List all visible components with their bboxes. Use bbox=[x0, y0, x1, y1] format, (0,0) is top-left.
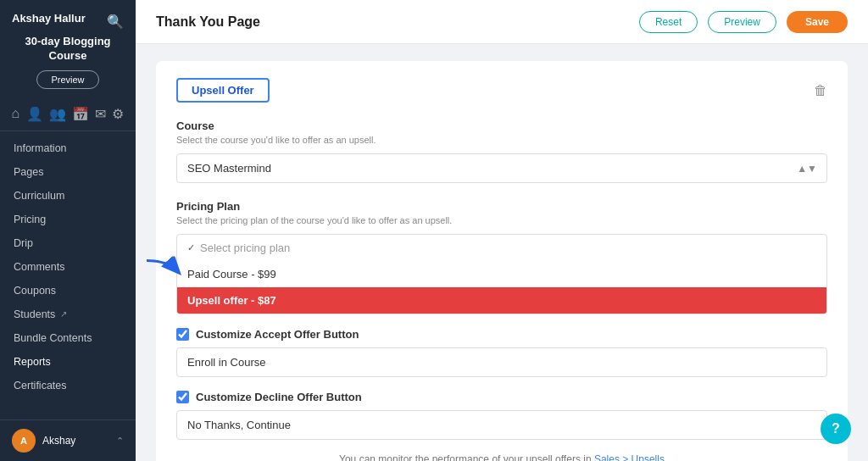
sidebar-item-information[interactable]: Information bbox=[0, 136, 136, 160]
course-name: 30-day Blogging Course bbox=[12, 31, 124, 64]
sidebar-item-drip[interactable]: Drip bbox=[0, 231, 136, 255]
sidebar-label-reports: Reports bbox=[14, 356, 51, 368]
course-select-wrapper: SEO Mastermind ▲▼ bbox=[176, 153, 827, 183]
sidebar-nav: Information Pages Curriculum Pricing Dri… bbox=[0, 131, 136, 419]
pricing-placeholder-label: Select pricing plan bbox=[200, 242, 290, 254]
sidebar-item-pricing[interactable]: Pricing bbox=[0, 208, 136, 231]
accept-offer-label: Customize Accept Offer Button bbox=[176, 328, 827, 341]
avatar-initial: A bbox=[20, 436, 27, 446]
sidebar-label-curriculum: Curriculum bbox=[14, 190, 64, 202]
save-button[interactable]: Save bbox=[787, 11, 848, 33]
sidebar-bottom: A Akshay ⌃ bbox=[0, 419, 136, 461]
avatar: A bbox=[12, 429, 36, 453]
sidebar-item-certificates[interactable]: Certificates bbox=[0, 374, 136, 397]
sidebar-label-certificates: Certificates bbox=[14, 380, 67, 392]
sidebar-icon-row: ⌂ 👤 👥 📅 ✉ ⚙ bbox=[0, 101, 136, 131]
delete-icon-button[interactable]: 🗑 bbox=[814, 83, 827, 98]
course-hint: Select the course you'd like to offer as… bbox=[176, 135, 827, 145]
decline-offer-input[interactable] bbox=[176, 410, 827, 440]
sidebar-item-coupons[interactable]: Coupons bbox=[0, 279, 136, 303]
pricing-upsell-label: Upsell offer - $87 bbox=[187, 294, 276, 307]
decline-offer-label-text: Customize Decline Offer Button bbox=[196, 391, 362, 403]
topbar: Thank You Page Reset Preview Save bbox=[136, 0, 868, 44]
home-icon[interactable]: ⌂ bbox=[12, 106, 20, 122]
accept-offer-checkbox[interactable] bbox=[176, 328, 189, 341]
preview-button[interactable]: Preview bbox=[708, 11, 776, 33]
decline-offer-section: Customize Decline Offer Button bbox=[176, 391, 827, 440]
upsell-offer-tab[interactable]: Upsell Offer bbox=[176, 78, 270, 103]
accept-offer-label-text: Customize Accept Offer Button bbox=[196, 328, 359, 341]
app-user-name: Akshay Hallur bbox=[12, 12, 86, 25]
sidebar-label-drip: Drip bbox=[14, 237, 33, 249]
page-title: Thank You Page bbox=[156, 14, 629, 30]
gear-icon[interactable]: ⚙ bbox=[112, 106, 124, 122]
sales-upsells-link[interactable]: Sales > Upsells bbox=[594, 453, 665, 461]
pricing-dropdown-open[interactable]: ✓ Select pricing plan Paid Course - $99 … bbox=[176, 234, 827, 314]
chevron-up-icon[interactable]: ⌃ bbox=[116, 436, 124, 447]
sidebar-item-curriculum[interactable]: Curriculum bbox=[0, 184, 136, 208]
decline-offer-checkbox[interactable] bbox=[176, 391, 189, 403]
upsell-card: Upsell Offer 🗑 Course Select the course … bbox=[156, 61, 848, 461]
pricing-option-placeholder[interactable]: ✓ Select pricing plan bbox=[177, 235, 826, 261]
user-icon[interactable]: 👤 bbox=[26, 106, 43, 122]
pricing-plan-hint: Select the pricing plan of the course yo… bbox=[176, 215, 827, 225]
calendar-icon[interactable]: 📅 bbox=[72, 106, 89, 122]
sidebar-preview-button[interactable]: Preview bbox=[36, 70, 98, 89]
course-select[interactable]: SEO Mastermind bbox=[176, 153, 827, 183]
course-label: Course bbox=[176, 119, 827, 132]
sidebar: Akshay Hallur 🔍 30-day Blogging Course P… bbox=[0, 0, 136, 461]
sidebar-item-pages[interactable]: Pages bbox=[0, 160, 136, 184]
sidebar-label-comments: Comments bbox=[14, 261, 64, 273]
upsell-offer-header: Upsell Offer 🗑 bbox=[176, 78, 827, 103]
sidebar-label-coupons: Coupons bbox=[14, 285, 56, 297]
sidebar-label-pages: Pages bbox=[14, 166, 43, 178]
accept-offer-section: Customize Accept Offer Button bbox=[176, 328, 827, 377]
sidebar-label-information: Information bbox=[14, 142, 67, 154]
reset-button[interactable]: Reset bbox=[639, 11, 698, 33]
pricing-plan-field: Pricing Plan Select the pricing plan of … bbox=[176, 200, 827, 314]
external-link-icon: ↗ bbox=[60, 309, 67, 319]
group-icon[interactable]: 👥 bbox=[49, 106, 66, 122]
sidebar-label-students: Students bbox=[14, 308, 55, 320]
pricing-option-upsell[interactable]: Upsell offer - $87 bbox=[177, 287, 826, 314]
check-icon: ✓ bbox=[187, 242, 195, 253]
help-icon: ? bbox=[832, 421, 840, 436]
pricing-paid-label: Paid Course - $99 bbox=[187, 268, 276, 280]
mail-icon[interactable]: ✉ bbox=[95, 106, 106, 122]
pricing-option-paid[interactable]: Paid Course - $99 bbox=[177, 261, 826, 287]
content-area: Upsell Offer 🗑 Course Select the course … bbox=[136, 44, 868, 461]
blue-arrow-icon bbox=[142, 256, 185, 292]
sidebar-item-reports[interactable]: Reports bbox=[0, 350, 136, 374]
search-icon[interactable]: 🔍 bbox=[107, 14, 124, 30]
course-field: Course Select the course you'd like to o… bbox=[176, 119, 827, 183]
accept-offer-input[interactable] bbox=[176, 347, 827, 377]
sidebar-label-bundle-contents: Bundle Contents bbox=[14, 332, 92, 344]
sidebar-header: Akshay Hallur 🔍 bbox=[0, 0, 136, 31]
sidebar-item-bundle-contents[interactable]: Bundle Contents bbox=[0, 326, 136, 350]
sidebar-item-students[interactable]: Students ↗ bbox=[0, 303, 136, 326]
decline-offer-label: Customize Decline Offer Button bbox=[176, 391, 827, 403]
pricing-plan-label: Pricing Plan bbox=[176, 200, 827, 213]
sidebar-bottom-username: Akshay bbox=[42, 435, 109, 447]
monitor-text: You can monitor the performance of your … bbox=[176, 453, 827, 461]
main-area: Thank You Page Reset Preview Save Upsell… bbox=[136, 0, 868, 461]
help-button[interactable]: ? bbox=[821, 414, 851, 444]
pricing-dropdown-container: ✓ Select pricing plan Paid Course - $99 … bbox=[176, 234, 827, 314]
sidebar-label-pricing: Pricing bbox=[14, 214, 46, 225]
sidebar-item-comments[interactable]: Comments bbox=[0, 255, 136, 279]
